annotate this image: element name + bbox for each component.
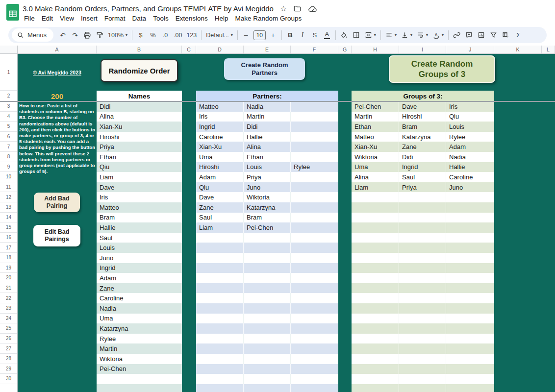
group-cell-r24-0[interactable]: [352, 314, 399, 324]
name-cell-r16[interactable]: Saul: [97, 233, 182, 243]
partner-cell-r26-1[interactable]: [244, 334, 291, 344]
group-cell-r5-2[interactable]: Louis: [446, 122, 494, 132]
partner-cell-r25-2[interactable]: [291, 323, 338, 334]
sheets-logo-icon[interactable]: [6, 4, 19, 21]
partner-cell-r14-1[interactable]: Bram: [244, 213, 291, 223]
row-header-1[interactable]: 1: [0, 54, 17, 91]
group-cell-r16-2[interactable]: [446, 233, 494, 243]
group-cell-r28-0[interactable]: [352, 354, 399, 364]
partner-cell-r31-1[interactable]: [244, 384, 291, 392]
partner-cell-r12-0[interactable]: Dave: [196, 192, 244, 202]
partner-cell-r18-0[interactable]: [196, 253, 244, 263]
more-formats-button[interactable]: 123: [184, 29, 199, 42]
insert-comment-button[interactable]: [463, 29, 475, 42]
name-cell-r18[interactable]: Juno: [97, 253, 182, 263]
undo-button[interactable]: ↶: [57, 29, 69, 42]
create-groups-button[interactable]: Create Random Groups of 3: [389, 55, 495, 83]
partner-cell-r10-1[interactable]: Priya: [244, 172, 291, 182]
partner-cell-r20-0[interactable]: [196, 273, 244, 283]
partner-cell-r21-0[interactable]: [196, 283, 244, 294]
partner-cell-r7-2[interactable]: [291, 142, 338, 152]
partner-cell-r14-0[interactable]: Saul: [196, 213, 244, 223]
row-header-26[interactable]: 26: [0, 334, 17, 344]
group-cell-r20-2[interactable]: [446, 273, 494, 283]
name-cell-r28[interactable]: Wiktoria: [97, 354, 182, 364]
menu-make-random-groups[interactable]: Make Random Groups: [231, 14, 305, 23]
functions-button[interactable]: Σ: [512, 29, 524, 42]
row-header-5[interactable]: 5: [0, 122, 17, 132]
menu-tools[interactable]: Tools: [150, 14, 172, 23]
group-cell-r30-2[interactable]: [446, 374, 494, 384]
row-header-28[interactable]: 28: [0, 354, 17, 364]
name-cell-r20[interactable]: Adam: [97, 273, 182, 283]
partner-cell-r16-2[interactable]: [291, 233, 338, 243]
partner-cell-r29-0[interactable]: [196, 364, 244, 374]
partner-cell-r30-0[interactable]: [196, 374, 244, 384]
partner-cell-r27-1[interactable]: [244, 343, 291, 354]
row-header-9[interactable]: 9: [0, 162, 17, 172]
group-cell-r4-0[interactable]: Martin: [352, 112, 399, 122]
partner-cell-r5-0[interactable]: Ingrid: [196, 122, 244, 132]
name-cell-r15[interactable]: Hallie: [97, 222, 182, 233]
partner-cell-r7-1[interactable]: Alina: [244, 142, 291, 152]
partner-cell-r11-0[interactable]: Qiu: [196, 182, 244, 193]
group-cell-r27-0[interactable]: [352, 343, 399, 354]
partner-cell-r4-2[interactable]: [291, 112, 338, 122]
group-cell-r22-1[interactable]: [399, 293, 446, 303]
instructions-cell[interactable]: How to use: Paste a list of students in …: [19, 103, 96, 174]
group-cell-r29-1[interactable]: [399, 364, 446, 374]
partner-cell-r19-0[interactable]: [196, 263, 244, 273]
row-header-24[interactable]: 24: [0, 314, 17, 324]
group-cell-r23-0[interactable]: [352, 303, 399, 314]
partner-cell-r9-1[interactable]: Louis: [244, 162, 291, 172]
group-cell-r12-0[interactable]: [352, 192, 399, 202]
row-header-17[interactable]: 17: [0, 243, 17, 253]
group-cell-r5-0[interactable]: Ethan: [352, 122, 399, 132]
group-cell-r9-2[interactable]: Hallie: [446, 162, 494, 172]
row-header-11[interactable]: 11: [0, 182, 17, 193]
partner-cell-r27-0[interactable]: [196, 343, 244, 354]
group-cell-r6-2[interactable]: Rylee: [446, 132, 494, 142]
document-title[interactable]: 3.0 Make Random Orders, Partners, and Gr…: [23, 4, 274, 13]
group-cell-r26-1[interactable]: [399, 334, 446, 344]
group-cell-r17-1[interactable]: [399, 243, 446, 253]
row-header-14[interactable]: 14: [0, 213, 17, 223]
row-header-30[interactable]: 30: [0, 374, 17, 384]
menu-edit[interactable]: Edit: [38, 14, 56, 23]
name-cell-r4[interactable]: Alina: [97, 112, 182, 122]
partner-cell-r17-0[interactable]: [196, 243, 244, 253]
edit-bad-pairings-button[interactable]: Edit Bad Pairings: [33, 225, 80, 246]
row-header-4[interactable]: 4: [0, 112, 17, 122]
name-cell-r10[interactable]: Liam: [97, 172, 182, 182]
group-cell-r19-1[interactable]: [399, 263, 446, 273]
group-cell-r25-0[interactable]: [352, 323, 399, 334]
partner-cell-r3-0[interactable]: Matteo: [196, 101, 244, 112]
group-cell-r26-2[interactable]: [446, 334, 494, 344]
partner-cell-r12-1[interactable]: Wiktoria: [244, 192, 291, 202]
names-header-cell[interactable]: Names: [97, 91, 182, 101]
group-cell-r13-0[interactable]: [352, 202, 399, 213]
group-cell-r13-1[interactable]: [399, 202, 446, 213]
partner-cell-r23-1[interactable]: [244, 303, 291, 314]
group-cell-r26-0[interactable]: [352, 334, 399, 344]
row-header-27[interactable]: 27: [0, 343, 17, 354]
group-cell-r24-2[interactable]: [446, 314, 494, 324]
group-cell-r3-2[interactable]: Iris: [446, 101, 494, 112]
group-cell-r28-2[interactable]: [446, 354, 494, 364]
partner-cell-r21-1[interactable]: [244, 283, 291, 294]
row-header-19[interactable]: 19: [0, 263, 17, 273]
partner-cell-r27-2[interactable]: [291, 343, 338, 354]
partner-cell-r19-1[interactable]: [244, 263, 291, 273]
name-cell-r22[interactable]: Caroline: [97, 293, 182, 303]
group-cell-r14-1[interactable]: [399, 213, 446, 223]
currency-format-button[interactable]: $: [135, 29, 147, 42]
name-cell-r27[interactable]: Martin: [97, 343, 182, 354]
group-cell-r18-1[interactable]: [399, 253, 446, 263]
star-icon[interactable]: ☆: [280, 5, 287, 13]
row-header-20[interactable]: 20: [0, 273, 17, 283]
partner-cell-r28-0[interactable]: [196, 354, 244, 364]
select-all-corner[interactable]: [0, 46, 18, 53]
partner-cell-r24-2[interactable]: [291, 314, 338, 324]
group-cell-r16-0[interactable]: [352, 233, 399, 243]
column-header-K[interactable]: K: [494, 46, 542, 53]
